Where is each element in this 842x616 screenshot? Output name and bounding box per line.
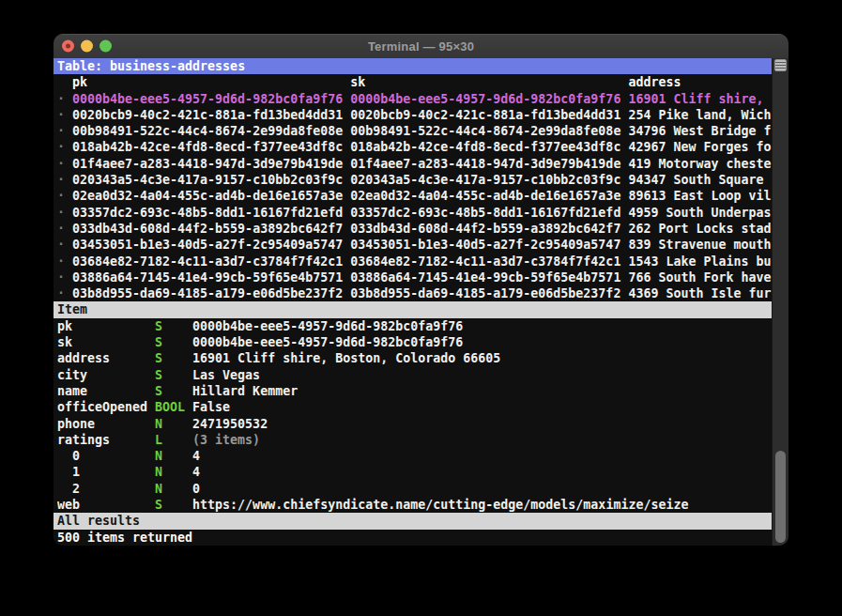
- table-row[interactable]: ·03684e82-7182-4c11-a3d7-c3784f7f42c1036…: [57, 254, 772, 270]
- row-bullet-icon: ·: [57, 237, 72, 253]
- item-field-row: 1N4: [57, 464, 772, 480]
- item-field-row: 0N4: [57, 448, 772, 464]
- item-section-bar: Item: [54, 301, 772, 317]
- table-row[interactable]: ·0000b4be-eee5-4957-9d6d-982bc0fa9f76000…: [57, 91, 772, 107]
- cell-address: 89613 East Loop vil: [628, 188, 772, 204]
- cell-address: 94347 South Square: [628, 172, 772, 188]
- table-row[interactable]: ·03886a64-7145-41e4-99cb-59f65e4b7571038…: [57, 270, 772, 285]
- bullet-column-spacer: [57, 74, 72, 90]
- item-field-row: webShttps://www.chiefsyndicate.name/cutt…: [57, 497, 772, 513]
- field-value: (3 items): [192, 432, 772, 448]
- column-header-address: address: [628, 74, 772, 90]
- field-key: ratings: [57, 432, 155, 448]
- terminal-window: Terminal — 95×30 Table: business-address…: [54, 34, 788, 546]
- cell-pk: 03b8d955-da69-4185-a179-e06d5be237f2: [72, 285, 350, 301]
- cell-pk: 00b98491-522c-44c4-8674-2e99da8fe08e: [72, 123, 350, 139]
- cell-address: 262 Port Locks stad: [628, 221, 772, 237]
- row-bullet-icon: ·: [57, 139, 72, 155]
- cell-address: 254 Pike land, Wich: [628, 107, 772, 123]
- table-row[interactable]: ·01f4aee7-a283-4418-947d-3d9e79b419de01f…: [57, 156, 772, 172]
- titlebar[interactable]: Terminal — 95×30: [54, 34, 788, 58]
- table-row[interactable]: ·033db43d-608d-44f2-b559-a3892bc642f7033…: [57, 221, 772, 237]
- item-fields: pkS0000b4be-eee5-4957-9d6d-982bc0fa9f76s…: [57, 318, 772, 514]
- cell-address: 419 Motorway cheste: [628, 156, 772, 172]
- table-row[interactable]: ·018ab42b-42ce-4fd8-8ecd-f377ee43df8c018…: [57, 139, 772, 155]
- field-type-badge: S: [155, 334, 192, 350]
- minimize-button[interactable]: [81, 40, 93, 53]
- cell-pk: 03357dc2-693c-48b5-8dd1-16167fd21efd: [72, 205, 350, 221]
- field-key: 2: [57, 481, 155, 497]
- results-section-bar: All results: [54, 513, 772, 529]
- field-value: 0000b4be-eee5-4957-9d6d-982bc0fa9f76: [192, 334, 772, 350]
- column-header-pk: pk: [72, 74, 350, 90]
- field-value: 0: [192, 481, 772, 497]
- field-type-badge: S: [155, 318, 192, 334]
- item-field-row: citySLas Vegas: [57, 367, 772, 383]
- status-text: 500 items returned: [57, 530, 192, 546]
- status-line: 500 items returned: [57, 530, 772, 546]
- item-field-row: ratingsL(3 items): [57, 432, 772, 448]
- field-key: pk: [57, 318, 155, 334]
- field-type-badge: N: [155, 448, 192, 464]
- field-value: 4: [192, 448, 772, 464]
- item-field-row: phoneN2471950532: [57, 416, 772, 432]
- close-button[interactable]: [62, 40, 74, 53]
- field-type-badge: L: [155, 432, 192, 448]
- cell-address: 766 South Fork have: [628, 270, 772, 285]
- cell-sk: 018ab42b-42ce-4fd8-8ecd-f377ee43df8c: [350, 139, 628, 155]
- table-row[interactable]: ·00b98491-522c-44c4-8674-2e99da8fe08e00b…: [57, 123, 772, 139]
- field-type-badge: N: [155, 464, 192, 480]
- field-value: Hillard Kemmer: [192, 383, 772, 399]
- field-type-badge: N: [155, 416, 192, 432]
- item-field-row: skS0000b4be-eee5-4957-9d6d-982bc0fa9f76: [57, 334, 772, 350]
- field-value: 16901 Cliff shire, Boston, Colorado 6660…: [192, 350, 772, 366]
- scrollbar-track[interactable]: [772, 58, 788, 546]
- table-row[interactable]: ·03357dc2-693c-48b5-8dd1-16167fd21efd033…: [57, 205, 772, 221]
- table-row[interactable]: ·020343a5-4c3e-417a-9157-c10bb2c03f9c020…: [57, 172, 772, 188]
- cell-address: 1543 Lake Plains bu: [628, 254, 772, 270]
- item-field-row: officeOpenedBOOLFalse: [57, 399, 772, 415]
- cell-address: 4959 South Underpas: [628, 205, 772, 221]
- scrollbar-thumb[interactable]: [775, 451, 786, 543]
- cell-sk: 033db43d-608d-44f2-b559-a3892bc642f7: [350, 221, 628, 237]
- terminal-screen: Table: business-addresses pkskaddress ·0…: [54, 58, 772, 546]
- terminal-body: Table: business-addresses pkskaddress ·0…: [54, 58, 788, 546]
- desktop: Terminal — 95×30 Table: business-address…: [0, 0, 842, 616]
- field-key: 0: [57, 448, 155, 464]
- cell-sk: 03684e82-7182-4c11-a3d7-c3784f7f42c1: [350, 254, 628, 270]
- field-key: name: [57, 383, 155, 399]
- item-section-label: Item: [57, 301, 87, 317]
- field-value: Las Vegas: [192, 367, 772, 383]
- table-header-bar: Table: business-addresses: [54, 58, 772, 74]
- cell-sk: 03453051-b1e3-40d5-a27f-2c95409a5747: [350, 237, 628, 253]
- cell-sk: 03886a64-7145-41e4-99cb-59f65e4b7571: [350, 270, 628, 285]
- field-key: 1: [57, 464, 155, 480]
- cell-pk: 0020bcb9-40c2-421c-881a-fd13bed4dd31: [72, 107, 350, 123]
- cell-sk: 020343a5-4c3e-417a-9157-c10bb2c03f9c: [350, 172, 628, 188]
- table-row[interactable]: ·0020bcb9-40c2-421c-881a-fd13bed4dd31002…: [57, 107, 772, 123]
- cell-sk: 03b8d955-da69-4185-a179-e06d5be237f2: [350, 285, 628, 301]
- cell-sk: 01f4aee7-a283-4418-947d-3d9e79b419de: [350, 156, 628, 172]
- table-row[interactable]: ·03453051-b1e3-40d5-a27f-2c95409a5747034…: [57, 237, 772, 253]
- field-key: phone: [57, 416, 155, 432]
- split-pane-icon[interactable]: [774, 59, 787, 71]
- row-bullet-icon: ·: [57, 285, 72, 301]
- field-value: 2471950532: [192, 416, 772, 432]
- column-header-row: pkskaddress: [57, 74, 772, 90]
- cell-pk: 03453051-b1e3-40d5-a27f-2c95409a5747: [72, 237, 350, 253]
- field-value: 0000b4be-eee5-4957-9d6d-982bc0fa9f76: [192, 318, 772, 334]
- field-type-badge: S: [155, 350, 192, 366]
- table-row[interactable]: ·02ea0d32-4a04-455c-ad4b-de16e1657a3e02e…: [57, 188, 772, 204]
- field-key: city: [57, 367, 155, 383]
- row-bullet-icon: ·: [57, 188, 72, 204]
- results-section-label: All results: [57, 513, 140, 529]
- zoom-button[interactable]: [100, 40, 112, 53]
- cell-pk: 033db43d-608d-44f2-b559-a3892bc642f7: [72, 221, 350, 237]
- item-field-row: addressS16901 Cliff shire, Boston, Color…: [57, 350, 772, 366]
- cell-pk: 020343a5-4c3e-417a-9157-c10bb2c03f9c: [72, 172, 350, 188]
- cell-address: 42967 New Forges fo: [628, 139, 772, 155]
- cell-pk: 0000b4be-eee5-4957-9d6d-982bc0fa9f76: [72, 91, 350, 107]
- table-header-label: Table: business-addresses: [57, 58, 245, 74]
- cell-pk: 03684e82-7182-4c11-a3d7-c3784f7f42c1: [72, 254, 350, 270]
- table-row[interactable]: ·03b8d955-da69-4185-a179-e06d5be237f203b…: [57, 285, 772, 301]
